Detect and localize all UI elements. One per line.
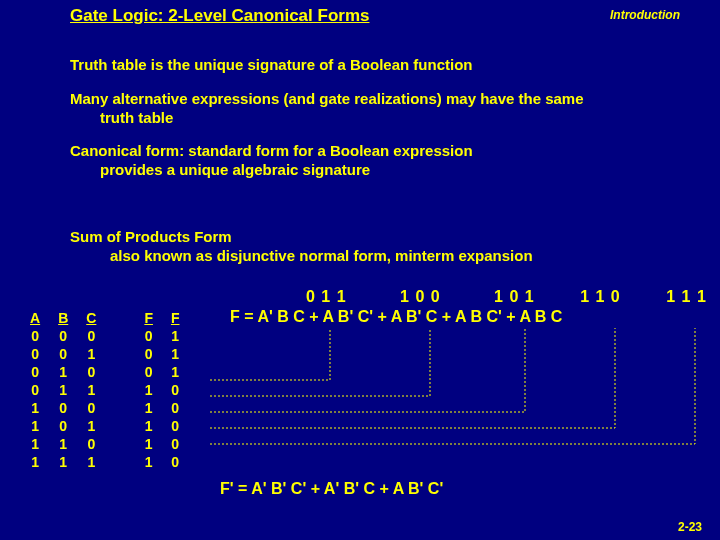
col-c: C — [78, 310, 104, 326]
para2-line1: Many alternative expressions (and gate r… — [70, 90, 584, 107]
table-header: A B C F F — [22, 310, 188, 326]
table-row: 11110 — [22, 454, 188, 470]
para2-line2: truth table — [70, 109, 173, 126]
sop-equation: F = A' B C + A B' C' + A B' C + A B C' +… — [230, 308, 707, 326]
table-row: 10010 — [22, 400, 188, 416]
tag-110: 1 1 0 — [580, 288, 621, 306]
col-b: B — [50, 310, 76, 326]
col-f: F — [136, 310, 161, 326]
table-row: 00001 — [22, 328, 188, 344]
page-title: Gate Logic: 2-Level Canonical Forms — [70, 6, 369, 26]
col-fprime: F — [163, 310, 188, 326]
section-label: Introduction — [610, 8, 680, 22]
truth-table: A B C F F 00001 00101 01001 01110 10010 … — [20, 308, 190, 472]
tag-101: 1 0 1 — [494, 288, 535, 306]
tag-100: 1 0 0 — [400, 288, 441, 306]
para4-line2: also known as disjunctive normal form, m… — [70, 247, 533, 264]
table-row: 11010 — [22, 436, 188, 452]
table-row: 01001 — [22, 364, 188, 380]
table-row: 01110 — [22, 382, 188, 398]
minterm-expansion: 0 1 1 1 0 0 1 0 1 1 1 0 1 1 1 F = A' B C… — [230, 288, 707, 326]
paragraph-3: Canonical form: standard form for a Bool… — [70, 142, 690, 180]
minterm-tags: 0 1 1 1 0 0 1 0 1 1 1 0 1 1 1 — [230, 288, 707, 306]
tag-111: 1 1 1 — [666, 288, 707, 306]
table-row: 00101 — [22, 346, 188, 362]
col-a: A — [22, 310, 48, 326]
para4-line1: Sum of Products Form — [70, 228, 232, 245]
paragraph-4: Sum of Products Form also known as disju… — [70, 228, 690, 266]
paragraph-1: Truth table is the unique signature of a… — [70, 56, 473, 75]
table-row: 10110 — [22, 418, 188, 434]
para3-line1: Canonical form: standard form for a Bool… — [70, 142, 473, 159]
fprime-equation: F' = A' B' C' + A' B' C + A B' C' — [220, 480, 443, 498]
page-number: 2-23 — [678, 520, 702, 534]
tag-011: 0 1 1 — [306, 288, 347, 306]
paragraph-2: Many alternative expressions (and gate r… — [70, 90, 690, 128]
para3-line2: provides a unique algebraic signature — [70, 161, 370, 178]
